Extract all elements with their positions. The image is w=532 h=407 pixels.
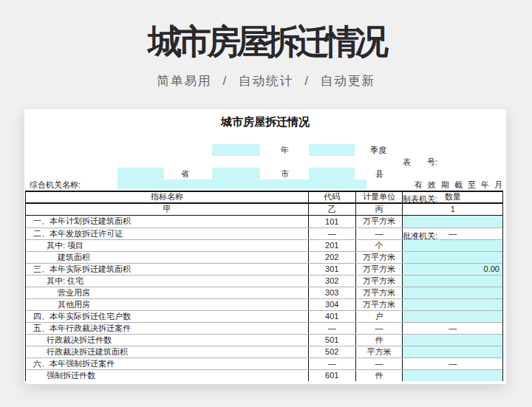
header-quantity: 数量 xyxy=(402,192,502,202)
agency-input-cell[interactable] xyxy=(117,179,366,189)
indicator-name-cell: 六、本年强制拆迁案件 xyxy=(26,358,308,369)
quantity-cell[interactable] xyxy=(402,287,502,298)
code-cell: — xyxy=(308,323,355,334)
hero-subtitle: 简单易用 / 自动统计 / 自动更新 xyxy=(0,72,532,89)
unit-cell: 户 xyxy=(355,311,403,322)
subheader-yi: 乙 xyxy=(308,204,355,215)
indicator-name-cell: 强制拆迁件数 xyxy=(26,370,308,381)
table-no-label: 表 号: xyxy=(403,156,505,168)
code-cell: — xyxy=(308,358,355,369)
quantity-cell[interactable] xyxy=(402,346,502,358)
quarter-input-cell[interactable] xyxy=(309,144,355,156)
table-row: 三、本年实际拆迁建筑面积 301 万平方米 0.00 xyxy=(26,263,502,275)
code-cell: 302 xyxy=(308,276,355,287)
code-cell: 202 xyxy=(308,252,355,263)
indicator-name-cell: 三、本年实际拆迁建筑面积 xyxy=(26,264,308,275)
quantity-cell[interactable] xyxy=(402,216,502,228)
code-cell: 401 xyxy=(308,311,355,322)
code-cell: 601 xyxy=(308,370,355,381)
unit-cell: 万平方米 xyxy=(355,264,403,275)
indicator-name-cell: 行政裁决拆迁建筑面积 xyxy=(26,346,308,358)
table-row: 二、本年发放拆迁许可证 — — — xyxy=(26,228,502,239)
subheader-1: 1 xyxy=(402,204,502,215)
county-input-cell[interactable] xyxy=(309,168,355,179)
city-label: 市 xyxy=(281,168,289,179)
agency-label: 综合机关名称: xyxy=(30,179,81,191)
header-unit: 计量单位 xyxy=(355,192,403,202)
unit-cell: 万平方米 xyxy=(355,299,403,310)
code-cell: 304 xyxy=(308,299,355,310)
quantity-cell[interactable] xyxy=(402,240,502,251)
unit-cell: — xyxy=(355,323,403,334)
subheader-bing: 丙 xyxy=(355,204,403,215)
indicator-name-cell: 建筑面积 xyxy=(26,252,308,263)
table-row: 其中: 住宅 302 万平方米 xyxy=(26,275,502,287)
table-row: 建筑面积 202 万平方米 xyxy=(26,251,502,263)
table-row: 一、本年计划拆迁建筑面积 101 万平方米 xyxy=(26,216,502,228)
unit-cell: — xyxy=(355,228,403,239)
year-label: 年 xyxy=(281,144,289,156)
header-code: 代码 xyxy=(308,192,355,202)
quantity-cell[interactable] xyxy=(402,370,502,381)
indicator-name-cell: 其他用房 xyxy=(26,299,308,310)
unit-cell: 万平方米 xyxy=(355,252,403,263)
quantity-cell[interactable] xyxy=(402,335,502,346)
code-cell: — xyxy=(308,228,355,239)
indicator-name-cell: 营业用房 xyxy=(26,287,308,298)
quantity-cell: — xyxy=(402,323,502,334)
form-card: 城市房屋拆迁情况 表 号: 制表机关: 批准机关: 批准文号: 有 效 期 截 … xyxy=(24,109,506,384)
code-cell: 303 xyxy=(308,287,355,298)
table-row: 五、本年行政裁决拆迁案件 — — — xyxy=(26,322,502,334)
county-label: 县 xyxy=(375,168,383,179)
unit-cell: — xyxy=(355,358,403,369)
code-cell: 101 xyxy=(308,216,355,228)
hero-title: 城市房屋拆迁情况 xyxy=(0,19,532,65)
unit-cell: 万平方米 xyxy=(355,216,403,228)
quantity-cell[interactable] xyxy=(402,276,502,287)
table-subheader-row: 甲 乙 丙 1 xyxy=(26,204,502,216)
unit-cell: 万平方米 xyxy=(355,276,403,287)
indicator-table: 指标名称 代码 计量单位 数量 甲 乙 丙 1 一、本年计划拆迁建筑面积 101… xyxy=(25,191,503,381)
quantity-cell[interactable] xyxy=(402,311,502,322)
province-input-cell[interactable] xyxy=(117,168,164,179)
form-title: 城市房屋拆迁情况 xyxy=(24,115,506,129)
indicator-name-cell: 五、本年行政裁决拆迁案件 xyxy=(26,323,308,334)
indicator-name-cell: 行政裁决拆迁件数 xyxy=(26,335,308,346)
indicator-name-cell: 其中: 住宅 xyxy=(26,276,308,287)
province-label: 省 xyxy=(181,168,189,179)
quantity-cell: — xyxy=(402,228,502,239)
table-row: 行政裁决拆迁件数 501 件 xyxy=(26,334,502,346)
table-row: 其他用房 304 万平方米 xyxy=(26,298,502,310)
indicator-name-cell: 四、本年实际拆迁住宅户数 xyxy=(26,311,308,322)
quarter-label: 季度 xyxy=(370,144,386,156)
code-cell: 201 xyxy=(308,240,355,251)
subheader-jia: 甲 xyxy=(26,204,308,215)
indicator-name-cell: 其中: 项目 xyxy=(26,240,308,251)
page: 城市房屋拆迁情况 简单易用 / 自动统计 / 自动更新 城市房屋拆迁情况 表 号… xyxy=(0,0,532,407)
header-indicator: 指标名称 xyxy=(26,192,308,202)
validity-label: 有 效 期 截 至 年 月 xyxy=(415,179,504,191)
code-cell: 301 xyxy=(308,264,355,275)
table-row: 六、本年强制拆迁案件 — — — xyxy=(26,358,502,369)
unit-cell: 万平方米 xyxy=(355,287,403,298)
table-body: 一、本年计划拆迁建筑面积 101 万平方米 二、本年发放拆迁许可证 — — — … xyxy=(26,216,502,381)
year-input-cell[interactable] xyxy=(212,144,260,156)
table-row: 强制拆迁件数 601 件 xyxy=(26,369,502,381)
city-input-cell[interactable] xyxy=(212,168,260,179)
table-header-row: 指标名称 代码 计量单位 数量 xyxy=(26,192,502,204)
unit-cell: 平方米 xyxy=(355,346,403,358)
quantity-cell[interactable]: 0.00 xyxy=(402,264,502,275)
indicator-name-cell: 一、本年计划拆迁建筑面积 xyxy=(26,216,308,228)
table-row: 营业用房 303 万平方米 xyxy=(26,287,502,298)
quantity-cell: — xyxy=(402,358,502,369)
code-cell: 502 xyxy=(308,346,355,358)
code-cell: 501 xyxy=(308,335,355,346)
quantity-cell[interactable] xyxy=(402,252,502,263)
unit-cell: 件 xyxy=(355,335,403,346)
unit-cell: 个 xyxy=(355,240,403,251)
table-row: 四、本年实际拆迁住宅户数 401 户 xyxy=(26,310,502,322)
quantity-cell[interactable] xyxy=(402,299,502,310)
table-row: 行政裁决拆迁建筑面积 502 平方米 xyxy=(26,346,502,358)
table-row: 其中: 项目 201 个 xyxy=(26,239,502,251)
unit-cell: 件 xyxy=(355,370,403,381)
